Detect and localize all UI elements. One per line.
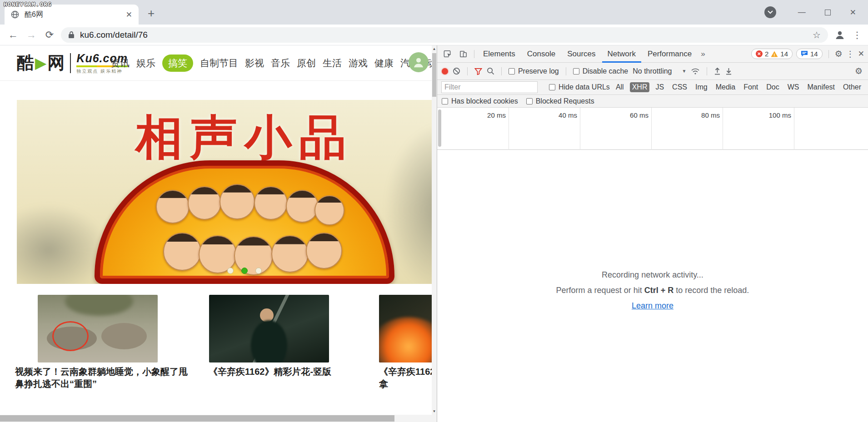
bookmark-star-icon[interactable]: ☆ [813,30,821,40]
devtools-tab-sources[interactable]: Sources [562,45,601,63]
devtools-close-icon[interactable]: ✕ [858,49,864,59]
scroll-up-icon[interactable]: ▲ [432,47,437,51]
video-title[interactable]: 《辛弃疾1162》精彩片花-竖版 [209,366,336,378]
has-blocked-cookies-checkbox[interactable]: Has blocked cookies [442,97,518,105]
carousel-dot[interactable] [255,268,262,274]
issues-badge[interactable]: 14 [796,49,823,59]
hide-data-urls-checkbox[interactable]: Hide data URLs [549,83,610,91]
filter-type-js[interactable]: JS [653,82,666,92]
nav-item-yingshi[interactable]: 影视 [245,57,264,70]
recording-message: Recording network activity... [437,267,868,283]
profile-avatar-icon[interactable] [834,30,845,40]
filter-type-img[interactable]: Img [693,82,710,92]
devtools-tabbar: Elements Console Sources Network Perform… [437,45,868,63]
banner-carousel[interactable]: 相声小品 [17,100,437,284]
network-empty-state: Recording network activity... Perform a … [437,267,868,313]
browser-toolbar: ← → ⟳ ku6.com/detail/76 ☆ ⋮ [0,25,868,45]
nav-item-gaoxiao-active[interactable]: 搞笑 [162,55,193,72]
panel-scrollbar-thumb[interactable] [438,109,441,147]
import-har-icon[interactable] [714,67,721,75]
minimize-button[interactable]: — [798,8,806,17]
video-thumbnail-elephants[interactable] [38,295,158,362]
ink-mountain-left [17,204,108,284]
video-thumbnail-battle[interactable] [379,295,437,362]
device-toolbar-icon[interactable] [456,50,471,58]
address-bar[interactable]: ku6.com/detail/76 ☆ [61,27,828,43]
inspect-element-icon[interactable] [440,50,455,58]
scroll-down-icon[interactable]: ▼ [432,409,437,413]
carousel-dot[interactable] [227,268,234,274]
performer-face [314,195,344,225]
video-thumbnail-archer[interactable] [209,295,329,362]
tab-close-icon[interactable]: ✕ [126,10,132,20]
chevron-down-icon: ▼ [682,69,687,74]
forward-button[interactable]: → [25,29,38,41]
vertical-scrollbar[interactable]: ▲ ▼ [432,45,437,415]
timeline-tick: 20 ms [437,108,509,150]
back-button[interactable]: ← [6,29,20,41]
devtools-menu-icon[interactable]: ⋮ [846,49,854,59]
filter-type-media[interactable]: Media [713,82,738,92]
panel-settings-icon[interactable]: ⚙ [855,66,863,76]
toolbar-right: ⋮ [833,30,862,40]
clear-network-log-icon[interactable] [453,67,460,75]
user-avatar[interactable] [409,52,429,72]
carousel-dot-active[interactable] [241,268,248,274]
nav-item-zizhijiemu[interactable]: 自制节目 [200,57,238,70]
disable-cache-checkbox[interactable]: Disable cache [573,67,629,75]
window-close-button[interactable]: ✕ [850,8,856,17]
browser-update-icon[interactable] [764,6,776,18]
archer-body-shape [251,320,287,362]
horizontal-scrollbar-thumb[interactable] [0,415,394,422]
watermark: HONEYCAM.ORG [4,1,52,8]
filter-funnel-icon[interactable] [474,68,482,75]
nav-item-zixun[interactable]: 资讯 [110,57,130,70]
horizontal-scrollbar[interactable]: ► [0,415,437,422]
network-filter-row: Hide data URLs All XHR JS CSS Img Media … [437,80,868,95]
video-title[interactable]: 视频来了！云南象群躺地睡觉，小象醒了甩鼻挣扎逃不出“重围” [15,366,193,390]
lock-icon[interactable] [68,31,75,39]
video-title[interactable]: 《辛弃疾1162》精彩片花-捉拿 [379,366,437,390]
browser-menu-icon[interactable]: ⋮ [853,30,862,40]
filter-type-css[interactable]: CSS [670,82,689,92]
more-tabs-icon[interactable]: » [698,50,708,59]
filter-input[interactable] [442,82,537,93]
performer-face [306,233,342,269]
nav-item-youxi[interactable]: 游戏 [349,57,368,70]
filter-type-doc[interactable]: Doc [764,82,781,92]
nav-item-yule[interactable]: 娱乐 [136,57,155,70]
timeline-tick: 100 ms [723,108,794,150]
filter-type-font[interactable]: Font [741,82,760,92]
url-text[interactable]: ku6.com/detail/76 [80,30,807,40]
devtools-tab-console[interactable]: Console [522,45,561,63]
blocked-requests-checkbox[interactable]: Blocked Requests [526,97,594,105]
filter-type-other[interactable]: Other [841,82,863,92]
learn-more-link[interactable]: Learn more [632,301,673,310]
nav-item-yinyue[interactable]: 音乐 [271,57,290,70]
errors-warnings-badge[interactable]: ✕ 2 ! 14 [751,49,793,59]
maximize-button[interactable] [825,10,831,15]
network-timeline: 20 ms 40 ms 60 ms 80 ms 100 ms [437,108,868,150]
timeline-tick: 60 ms [580,108,652,150]
vertical-scrollbar-thumb[interactable] [432,53,436,97]
filter-type-manifest[interactable]: Manifest [805,82,837,92]
devtools-tab-elements[interactable]: Elements [478,45,521,63]
devtools-tab-performance[interactable]: Performance [642,45,697,63]
nav-item-yuanchuang[interactable]: 原创 [297,57,316,70]
search-icon[interactable] [487,67,494,75]
filter-type-all[interactable]: All [614,82,626,92]
devtools-tab-network[interactable]: Network [602,45,641,63]
preserve-log-checkbox[interactable]: Preserve log [509,67,559,75]
throttling-dropdown[interactable]: No throttling ▼ [633,67,686,75]
nav-item-jiankang[interactable]: 健康 [374,57,394,70]
network-conditions-icon[interactable] [691,68,700,75]
record-network-log-icon[interactable] [442,68,448,74]
nav-item-shenghuo[interactable]: 生活 [323,57,342,70]
devtools-settings-icon[interactable]: ⚙ [835,49,843,59]
reload-button[interactable]: ⟳ [43,29,56,41]
new-tab-button[interactable]: + [148,6,155,20]
export-har-icon[interactable] [725,67,732,75]
error-count: 2 [765,50,768,58]
filter-type-ws[interactable]: WS [785,82,802,92]
filter-type-xhr-active[interactable]: XHR [630,82,650,92]
